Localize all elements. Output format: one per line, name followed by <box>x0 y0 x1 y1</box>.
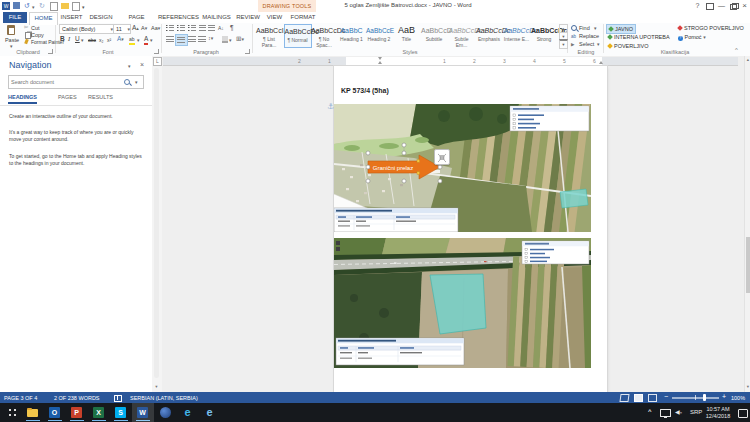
document-scrollbar[interactable]: ▴ ▾ <box>744 56 750 392</box>
tray-expand-caret[interactable]: ^ <box>648 408 652 414</box>
style-strong[interactable]: AaBbCcDcStrong <box>531 24 557 46</box>
select-caret[interactable]: ▾ <box>597 41 600 47</box>
read-mode-button[interactable] <box>619 394 629 402</box>
undo-dropdown-caret[interactable]: ▾ <box>32 3 35 11</box>
document-canvas[interactable]: 2 1 1 2 3 4 5 6 KP 573/4 (5ha) ⚓ <box>162 56 744 392</box>
web-layout-button[interactable] <box>648 394 657 402</box>
file-explorer-icon[interactable] <box>27 409 38 417</box>
font-color-button[interactable]: A <box>144 35 148 45</box>
right-indent-marker[interactable] <box>599 61 603 64</box>
input-language-indicator[interactable]: SRP <box>690 409 702 415</box>
tab-references[interactable]: REFERENCES <box>158 12 199 23</box>
edge-icon[interactable]: e <box>182 407 193 418</box>
volume-icon[interactable]: ◀× <box>675 408 682 415</box>
nav-tab-results[interactable]: RESULTS <box>88 94 113 100</box>
scrollbar-thumb[interactable] <box>746 237 750 293</box>
navigation-close-icon[interactable]: × <box>140 61 144 68</box>
underline-button[interactable]: U <box>75 35 80 43</box>
powerpoint-icon[interactable]: P <box>71 407 82 418</box>
satellite-image-2[interactable] <box>334 238 591 368</box>
language-indicator[interactable]: SERBIAN (LATIN, SERBIA) <box>130 395 198 401</box>
borders-button[interactable]: ⊞▾ <box>236 35 244 43</box>
document-page[interactable]: KP 573/4 (5ha) ⚓ <box>334 66 607 392</box>
justify-button[interactable] <box>198 36 206 42</box>
style-heading2[interactable]: AaBbCcEHeading 2 <box>366 24 392 46</box>
outlook-icon[interactable]: O <box>49 407 60 418</box>
bullets-button[interactable] <box>166 25 174 31</box>
tab-review[interactable]: REVIEW <box>234 12 262 23</box>
style-list-paragraph[interactable]: AaBbCcI¶ List Para... <box>256 24 282 46</box>
tray-clock[interactable]: 10:57 AM 12/4/2018 <box>703 406 733 420</box>
align-right-button[interactable] <box>188 36 196 42</box>
style-subtle-emphasis[interactable]: AaBbCcDcSubtle Em... <box>449 24 475 46</box>
decrease-indent-button[interactable] <box>199 25 206 31</box>
word-count[interactable]: 2 OF 238 WORDS <box>54 395 100 401</box>
search-box[interactable]: ▾ <box>8 75 144 89</box>
zoom-percentage[interactable]: 100% <box>731 395 745 401</box>
classification-interna-button[interactable]: INTERNA UPOTREBA <box>606 33 672 41</box>
pomoc-caret[interactable]: ▾ <box>703 34 706 40</box>
tab-home[interactable]: HOME <box>29 12 58 25</box>
font-size-caret[interactable]: ▾ <box>127 25 130 33</box>
align-left-button[interactable] <box>166 36 174 42</box>
word-icon[interactable]: W <box>137 407 148 418</box>
tab-view[interactable]: VIEW <box>263 12 286 23</box>
bold-button[interactable]: B <box>60 35 65 43</box>
print-layout-button[interactable] <box>634 394 643 402</box>
styles-more-button[interactable]: ▾ <box>559 39 568 49</box>
tab-mailings[interactable]: MAILINGS <box>200 12 233 23</box>
sort-button[interactable]: A↓ <box>218 25 224 32</box>
nav-tab-headings[interactable]: HEADINGS <box>8 94 37 104</box>
print-preview-button[interactable] <box>50 2 58 11</box>
increase-indent-button[interactable] <box>208 25 215 31</box>
style-emphasis[interactable]: AaBbCcDcEmphasis <box>476 24 502 46</box>
navigation-options-caret[interactable]: ▾ <box>128 63 131 69</box>
ribbon-display-options-button[interactable] <box>706 3 714 10</box>
tab-format-contextual[interactable]: FORMAT <box>287 12 319 23</box>
clipboard-dialog-launcher[interactable] <box>48 49 53 54</box>
align-center-button[interactable] <box>175 34 188 46</box>
redo-button[interactable]: ↻ <box>39 2 45 10</box>
tab-insert[interactable]: INSERT <box>58 12 85 23</box>
close-button[interactable]: × <box>739 1 750 10</box>
find-caret[interactable]: ▾ <box>594 25 597 31</box>
style-normal-selected[interactable]: AaBbCcDc¶ Normal <box>284 24 312 48</box>
minimize-button[interactable]: — <box>716 1 727 10</box>
new-document-button[interactable] <box>72 2 80 11</box>
classification-pomoc-button[interactable]: ?Pomoć ▾ <box>676 33 708 41</box>
layout-options-button[interactable] <box>434 149 450 165</box>
superscript-button[interactable]: x² <box>107 36 111 44</box>
highlight-caret[interactable]: ▾ <box>137 37 140 43</box>
search-icon[interactable] <box>124 79 130 85</box>
copy-button[interactable]: Copy <box>24 31 54 38</box>
customize-qat-caret[interactable]: ▾ <box>82 3 85 11</box>
select-button[interactable]: ▶ Select ▾ <box>571 40 601 47</box>
text-effects-button[interactable]: A▾ <box>117 35 124 43</box>
network-display-icon[interactable] <box>660 409 671 417</box>
page-indicator[interactable]: PAGE 3 OF 4 <box>4 395 37 401</box>
font-color-caret[interactable]: ▾ <box>150 37 153 43</box>
skype-icon[interactable]: S <box>115 407 126 418</box>
help-button[interactable]: ? <box>692 1 703 10</box>
show-hide-pilcrow-button[interactable]: ¶ <box>230 24 234 31</box>
tab-design[interactable]: DESIGN <box>87 12 115 23</box>
style-subtitle[interactable]: AaBbCcDSubtitle <box>421 24 447 46</box>
undo-button[interactable]: ↺ <box>24 2 30 10</box>
format-painter-button[interactable]: Format Painter <box>24 38 58 45</box>
change-case-button[interactable]: Aa▾ <box>151 24 160 32</box>
classification-poverljivo-button[interactable]: POVERLJIVO <box>606 42 651 50</box>
paste-button[interactable]: Paste ▾ <box>2 24 22 48</box>
replace-button[interactable]: ab Replace <box>571 32 601 39</box>
strikethrough-button[interactable]: abc <box>88 36 96 44</box>
excel-icon[interactable]: X <box>93 407 104 418</box>
collapse-ribbon-button[interactable]: ^ <box>735 47 738 53</box>
italic-button[interactable]: I <box>68 35 70 43</box>
nav-tab-pages[interactable]: PAGES <box>58 94 77 100</box>
search-options-caret[interactable]: ▾ <box>135 79 138 85</box>
save-button[interactable] <box>13 2 20 9</box>
globe-browser-icon[interactable] <box>160 407 171 418</box>
style-intense-emphasis[interactable]: AaBbCcDcIntense E... <box>504 24 530 46</box>
nav-scroll-down-arrow[interactable]: ▾ <box>154 384 160 390</box>
shading-caret[interactable]: ▾ <box>229 37 232 43</box>
find-button[interactable]: Find ▾ <box>571 24 601 31</box>
